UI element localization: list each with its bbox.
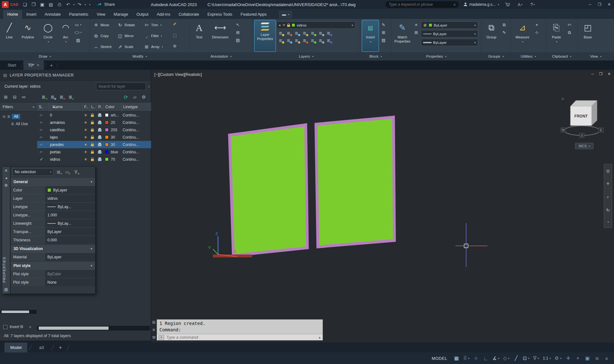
line-tool[interactable]: ╱ Line xyxy=(2,20,17,52)
layer-dropdown[interactable]: ● ☀ vidros ▾ xyxy=(277,21,355,29)
layer-name[interactable]: paredes xyxy=(50,141,64,148)
new-layout-button[interactable]: + xyxy=(56,343,65,352)
ribbon-display-options-button[interactable]: ▬▾ xyxy=(279,11,292,18)
layer-freeze-tool[interactable]: ≣ xyxy=(293,30,301,36)
drawing-canvas[interactable]: Z Y X xyxy=(151,70,614,343)
section-general[interactable]: General ▾ xyxy=(11,178,95,186)
group-button[interactable]: ⧉ Group xyxy=(483,20,499,52)
panel-label-block[interactable]: Block▾ xyxy=(360,52,391,61)
object-color-dropdown[interactable]: ByLayer ▾ xyxy=(421,21,478,29)
plot-printer-icon[interactable] xyxy=(98,111,101,119)
redo-caret-icon[interactable]: ▾ xyxy=(85,3,86,6)
qat-customize-caret-icon[interactable]: ▾ xyxy=(89,3,90,6)
lineweight-dropdown[interactable]: ByLayer ▾ xyxy=(421,39,478,46)
save-as-button[interactable]: ▤ xyxy=(47,0,55,9)
table-tool[interactable]: ⊞ xyxy=(234,29,242,36)
offset-tool[interactable]: ⊜ xyxy=(171,43,179,49)
filter-tree-all[interactable]: ⊟ ≣ All xyxy=(3,114,20,119)
column-color[interactable]: Color xyxy=(103,102,121,111)
ungroup-tool[interactable]: ⧉ xyxy=(500,21,508,28)
save-button[interactable]: ▣ xyxy=(38,0,46,9)
navbar-menu-icon[interactable]: ▾ xyxy=(608,221,609,223)
account-menu[interactable]: madalena.g.s... ▾ xyxy=(463,2,499,7)
viewcube-front-face[interactable]: FRONT xyxy=(574,114,588,118)
layer-state-tool[interactable]: ≣ xyxy=(325,30,333,36)
hatch-tool[interactable]: ▨ xyxy=(74,37,82,44)
layer-search-box[interactable]: ⌕ xyxy=(96,83,146,90)
property-row-color[interactable]: Color ByLayer xyxy=(11,186,95,194)
new-property-filter-button[interactable]: ⊞ xyxy=(1,93,10,101)
properties-table-tool[interactable]: ⊞ xyxy=(412,29,420,36)
snap-toggle[interactable]: ⠿▾ xyxy=(462,354,471,362)
panel-label-layers[interactable]: Layers▾ xyxy=(253,52,360,61)
ribbon-tab-collaborate[interactable]: Collaborate xyxy=(174,10,203,19)
layer-linetype[interactable]: Continu... xyxy=(123,141,139,148)
viewcube-west[interactable]: W xyxy=(562,128,565,132)
undo-caret-icon[interactable]: ▾ xyxy=(73,3,75,6)
quick-properties-toggle[interactable]: ⌖ xyxy=(574,354,582,362)
layer-unisolate-tool[interactable]: ≣ xyxy=(301,37,309,44)
help-button[interactable]: ?▾ xyxy=(529,0,537,9)
id-point-tool[interactable]: ⌖ xyxy=(533,21,541,28)
lock-icon[interactable] xyxy=(91,141,94,148)
panel-label-utilities[interactable]: Utilities▾ xyxy=(511,52,546,61)
panel-label-draw[interactable]: Draw▾ xyxy=(0,52,90,61)
trim-tool[interactable]: ✄Trim▾ xyxy=(142,21,170,29)
layer-name[interactable]: caixilhos xyxy=(50,126,65,133)
layer-properties-button[interactable]: Layer Properties xyxy=(254,20,276,52)
clean-screen-button[interactable]: ⧈ xyxy=(593,354,601,362)
viewport-minimize-icon[interactable]: ─ xyxy=(591,72,594,76)
lock-icon[interactable] xyxy=(91,111,94,119)
column-name[interactable]: Name ▲ xyxy=(49,102,82,111)
layer-name[interactable]: 0 xyxy=(50,111,52,119)
filters-collapse-icon[interactable]: « xyxy=(32,105,35,109)
layer-unlock-tool[interactable]: ≣ xyxy=(293,37,301,44)
polyline-tool[interactable]: ∿ Polyline xyxy=(18,20,38,52)
cart-icon[interactable] xyxy=(504,0,512,9)
undo-button[interactable]: ↶ xyxy=(64,0,72,9)
rectangle-tool[interactable]: ▭▾ xyxy=(74,21,82,28)
measure-button[interactable]: ⊿ Measure ▾ xyxy=(513,20,532,52)
search-icon[interactable]: ⌕ xyxy=(454,2,456,7)
column-linetype[interactable]: Linetype xyxy=(121,102,150,111)
layer-linetype[interactable]: Continu... xyxy=(123,133,139,141)
new-group-filter-button[interactable]: ⊟ xyxy=(10,93,19,101)
text-tool[interactable]: A Text xyxy=(192,20,206,52)
layer-color-swatch[interactable] xyxy=(105,113,109,117)
freeze-sun-icon[interactable]: ☀ xyxy=(84,156,87,163)
lock-icon[interactable] xyxy=(91,126,94,133)
layer-off-tool[interactable]: ≣ xyxy=(277,30,285,36)
layer-search-input[interactable] xyxy=(98,84,148,89)
set-current-layer-button[interactable]: ≣✓ xyxy=(66,93,75,101)
polar-tracking-toggle[interactable]: ∡▾ xyxy=(491,354,500,362)
layer-name[interactable]: portas xyxy=(50,148,61,156)
layer-linetype[interactable]: Continu... xyxy=(123,148,139,156)
lock-icon[interactable] xyxy=(91,119,94,126)
layer-on-tool[interactable]: ≣ xyxy=(277,37,285,44)
layer-settings-sheet-button[interactable]: ▱ xyxy=(130,93,139,101)
properties-palette-titlebar[interactable]: ✕ ◂ ⚙ PROPERTIES ▤ xyxy=(2,166,10,294)
palette-doc-icon[interactable]: ▤ xyxy=(4,287,8,292)
command-customize-icon[interactable]: ⊞ xyxy=(152,320,156,325)
new-file-button[interactable]: ❏ xyxy=(21,0,29,9)
selection-dropdown[interactable]: No selection ▾ xyxy=(12,168,53,176)
path-expand-icon[interactable]: ▸ xyxy=(335,0,337,9)
file-tab-start[interactable]: Start xyxy=(3,61,20,70)
property-row-linetype-scale[interactable]: Linetype... 1.000 xyxy=(11,211,95,219)
panel-label-annotation[interactable]: Annotation▾ xyxy=(190,52,252,61)
lock-icon[interactable] xyxy=(91,156,94,163)
viewport-controls[interactable]: [−][Custom View][Realistic] xyxy=(154,72,202,77)
ribbon-tab-annotate[interactable]: Annotate xyxy=(41,10,65,19)
layer-thaw-tool[interactable]: ≣ xyxy=(285,37,293,44)
section-3d-visualization[interactable]: 3D Visualization ▾ xyxy=(11,245,95,253)
copy-clip-tool[interactable]: ⧉ xyxy=(566,29,573,36)
panel-label-groups[interactable]: Groups▾ xyxy=(481,52,511,61)
properties-list-tool[interactable]: ≡ xyxy=(412,21,420,28)
linetype-dropdown[interactable]: ByLayer ▾ xyxy=(421,30,478,37)
ribbon-tab-home[interactable]: Home xyxy=(3,10,22,19)
redo-button[interactable]: ↷ xyxy=(75,0,83,9)
panel-label-properties[interactable]: Properties▾ xyxy=(392,52,481,61)
toggle-pickadd-button[interactable]: ⊞+ xyxy=(55,168,62,175)
ribbon-tab-featured-apps[interactable]: Featured Apps xyxy=(237,10,271,19)
layer-row-portas[interactable]: ▱ portas ☀ blue Continu... xyxy=(37,148,151,156)
